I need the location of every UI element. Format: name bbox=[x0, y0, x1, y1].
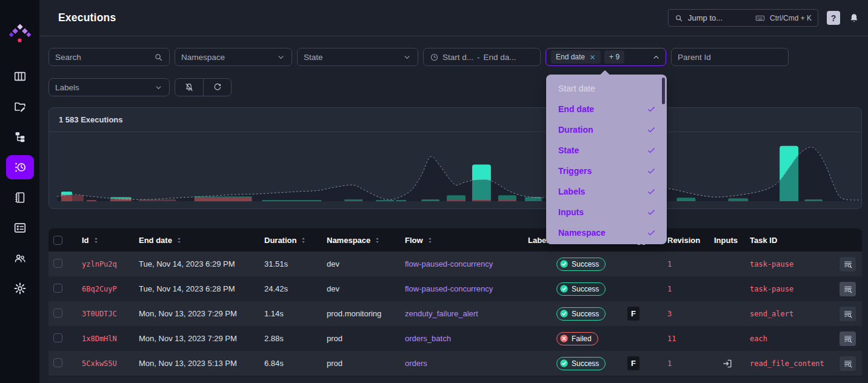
column-option-end-date[interactable]: End date bbox=[546, 99, 667, 119]
flow-cell: orders_batch bbox=[398, 334, 521, 343]
sidebar-item-logs[interactable] bbox=[6, 185, 34, 210]
execution-id-cell: 5CxkwS5U bbox=[75, 359, 132, 368]
sort-icon bbox=[426, 236, 434, 244]
execution-row-6Bq2CuyP[interactable]: 6Bq2CuyPTue, Nov 14, 2023 6:28 PM24.42sd… bbox=[48, 276, 862, 301]
revision-cell: 1 bbox=[661, 284, 709, 293]
view-logs-button[interactable] bbox=[840, 331, 856, 346]
column-option-namespace[interactable]: Namespace bbox=[546, 222, 667, 243]
row-actions-cell bbox=[840, 356, 862, 371]
sidebar-item-settings[interactable] bbox=[6, 276, 34, 301]
chevron-down-icon bbox=[276, 53, 285, 62]
column-header-id[interactable]: Id bbox=[75, 236, 132, 245]
view-logs-button[interactable] bbox=[840, 282, 856, 296]
column-header-flow[interactable]: Flow bbox=[398, 236, 521, 245]
help-button[interactable]: ? bbox=[827, 11, 840, 25]
namespace-filter-select[interactable]: Namespace bbox=[175, 48, 292, 66]
execution-id-link[interactable]: 3T0UDTJC bbox=[82, 310, 117, 318]
column-header-namespace[interactable]: Namespace bbox=[320, 236, 398, 245]
clock-icon bbox=[430, 53, 439, 62]
revision-value: 1 bbox=[667, 260, 672, 268]
failed-circle-icon bbox=[559, 334, 569, 343]
end-date-cell: Mon, Nov 13, 2023 7:29 PM bbox=[132, 309, 258, 318]
row-checkbox[interactable] bbox=[53, 333, 62, 342]
execution-id-link[interactable]: 6Bq2CuyP bbox=[82, 285, 117, 293]
dropdown-scrollbar[interactable] bbox=[662, 78, 665, 104]
row-checkbox[interactable] bbox=[53, 308, 62, 318]
execution-id-cell: 1x8DmHlN bbox=[75, 334, 132, 343]
flow-link[interactable]: flow-paused-concurrency bbox=[405, 284, 493, 293]
execution-row-yzlnPu2q[interactable]: yzlnPu2qTue, Nov 14, 2023 6:29 PM31.51sd… bbox=[48, 251, 862, 276]
flow-link[interactable]: zenduty_failure_alert bbox=[405, 309, 478, 318]
notifications-bell-icon[interactable] bbox=[849, 12, 860, 24]
execution-row-5CxkwS5U[interactable]: 5CxkwS5UMon, Nov 13, 2023 5:13 PM6.84spr… bbox=[48, 351, 862, 376]
column-option-inputs[interactable]: Inputs bbox=[546, 202, 667, 222]
flow-trigger-badge[interactable]: F bbox=[627, 356, 639, 370]
execution-id-link[interactable]: 5CxkwS5U bbox=[82, 359, 117, 368]
row-checkbox[interactable] bbox=[53, 259, 62, 268]
row-checkbox-cell bbox=[48, 259, 75, 270]
columns-multiselect[interactable]: End date + 9 Start dateEnd dateDurationS… bbox=[546, 48, 666, 66]
view-logs-button[interactable] bbox=[840, 356, 856, 371]
column-option-duration[interactable]: Duration bbox=[546, 119, 667, 140]
success-circle-icon bbox=[559, 309, 569, 318]
namespace-cell: prod bbox=[320, 334, 398, 343]
namespace-cell: dev bbox=[320, 259, 398, 268]
column-option-state[interactable]: State bbox=[546, 140, 667, 161]
auto-refresh-off-button[interactable] bbox=[175, 79, 203, 96]
state-badge-success: Success bbox=[556, 307, 606, 321]
row-checkbox[interactable] bbox=[53, 284, 62, 293]
remove-tag-icon[interactable] bbox=[589, 54, 596, 61]
column-header-end-date[interactable]: End date bbox=[132, 236, 258, 245]
state-label: Success bbox=[572, 359, 599, 368]
sidebar-item-dashboard[interactable] bbox=[6, 64, 34, 88]
search-filter-input[interactable]: Search bbox=[48, 48, 170, 66]
select-all-checkbox[interactable] bbox=[53, 236, 62, 245]
execution-row-1x8DmHlN[interactable]: 1x8DmHlNMon, Nov 13, 2023 7:29 PM2.88spr… bbox=[48, 326, 862, 351]
labels-filter-select[interactable]: Labels bbox=[48, 78, 170, 96]
row-checkbox[interactable] bbox=[53, 358, 62, 367]
execution-id-link[interactable]: 1x8DmHlN bbox=[82, 335, 117, 343]
chart-trend-area bbox=[57, 147, 861, 201]
task-id-value: send_alert bbox=[750, 310, 793, 318]
column-header-label: Flow bbox=[405, 236, 423, 245]
columns-dropdown-list: Start dateEnd dateDurationStateTriggersL… bbox=[546, 78, 667, 243]
parent-id-filter-input[interactable]: Parent Id bbox=[671, 48, 789, 66]
sidebar-item-templates[interactable] bbox=[6, 125, 34, 149]
execution-row-3T0UDTJC[interactable]: 3T0UDTJCMon, Nov 13, 2023 7:29 PM1.14spr… bbox=[48, 301, 862, 326]
shortcut-hint: Ctrl/Cmd + K bbox=[770, 14, 812, 22]
sidebar-item-flows[interactable] bbox=[6, 95, 34, 119]
row-actions-cell bbox=[840, 282, 862, 296]
sidebar-item-executions[interactable] bbox=[6, 155, 34, 179]
column-option-labels[interactable]: Labels bbox=[546, 181, 667, 202]
duration-cell: 1.14s bbox=[258, 309, 320, 318]
execution-id-link[interactable]: yzlnPu2q bbox=[82, 260, 117, 268]
input-received-icon[interactable] bbox=[722, 358, 733, 369]
sidebar-item-blueprints[interactable] bbox=[6, 216, 34, 240]
chevron-up-icon[interactable] bbox=[652, 53, 661, 62]
executions-chart[interactable] bbox=[49, 132, 861, 208]
date-range-filter[interactable]: Start d... - End da... bbox=[423, 48, 541, 66]
column-option-triggers[interactable]: Triggers bbox=[546, 161, 667, 181]
view-logs-button[interactable] bbox=[840, 307, 856, 321]
chevron-down-icon bbox=[402, 53, 412, 62]
topbar-right: Jump to... Ctrl/Cmd + K ? bbox=[668, 9, 860, 27]
refresh-button[interactable] bbox=[203, 79, 231, 96]
flow-link[interactable]: orders bbox=[405, 359, 427, 368]
date-start-placeholder: Start d... bbox=[442, 53, 473, 62]
flow-cell: flow-paused-concurrency bbox=[398, 284, 521, 293]
flow-link[interactable]: orders_batch bbox=[405, 334, 451, 343]
file-tree-icon bbox=[13, 130, 27, 144]
revision-value: 3 bbox=[667, 310, 672, 318]
column-header-duration[interactable]: Duration bbox=[258, 236, 320, 245]
view-logs-button[interactable] bbox=[840, 257, 856, 271]
jump-to-search[interactable]: Jump to... Ctrl/Cmd + K bbox=[668, 9, 818, 27]
flow-trigger-badge[interactable]: F bbox=[627, 307, 639, 321]
selected-column-tag: End date bbox=[551, 50, 601, 64]
flow-cell: flow-paused-concurrency bbox=[398, 259, 521, 268]
log-search-icon bbox=[843, 284, 853, 294]
flow-link[interactable]: flow-paused-concurrency bbox=[405, 259, 493, 268]
sidebar-item-administration[interactable] bbox=[6, 246, 34, 270]
kestra-logo-icon[interactable] bbox=[9, 23, 31, 46]
state-filter-select[interactable]: State bbox=[297, 48, 418, 66]
column-option-start-date[interactable]: Start date bbox=[546, 78, 667, 99]
